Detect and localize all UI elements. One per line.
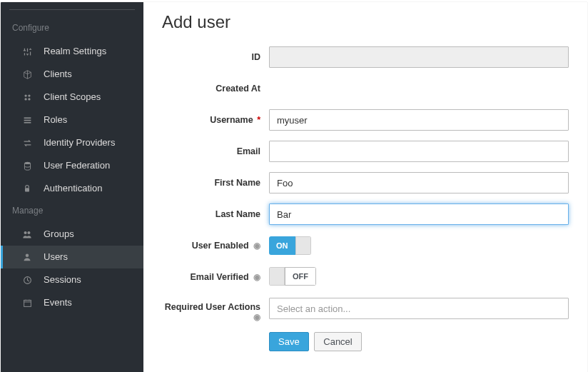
field-email-row: Email	[162, 141, 569, 162]
field-email-verified-row: Email Verified ◉ OFF	[162, 266, 569, 288]
field-id-row: ID	[162, 46, 569, 68]
field-created-at-label: Created At	[162, 84, 269, 94]
sidebar-item-label: Users	[44, 251, 68, 263]
username-input[interactable]	[269, 109, 569, 131]
sidebar-item-label: Sessions	[44, 274, 81, 286]
sidebar-item-client-scopes[interactable]: Client Scopes	[1, 86, 143, 109]
id-input	[269, 46, 569, 68]
cube-icon	[21, 69, 34, 80]
toggle-handle	[295, 236, 311, 255]
sidebar-item-label: Groups	[44, 228, 74, 240]
sidebar-item-sessions[interactable]: Sessions	[1, 268, 143, 291]
field-username-row: Username *	[162, 109, 569, 131]
sidebar-item-label: User Federation	[44, 160, 110, 171]
svg-point-0	[24, 94, 26, 96]
lock-icon	[21, 183, 34, 194]
database-icon	[21, 160, 34, 171]
field-last-name-row: Last Name	[162, 203, 569, 225]
sidebar-item-groups[interactable]: Groups	[1, 223, 143, 246]
sidebar-item-label: Clients	[44, 69, 72, 80]
field-user-enabled-row: User Enabled ◉ ON	[162, 235, 569, 256]
sidebar-item-authentication[interactable]: Authentication	[1, 177, 143, 200]
cancel-button[interactable]: Cancel	[314, 332, 361, 351]
sidebar-item-label: Identity Providers	[44, 137, 115, 149]
svg-point-7	[24, 161, 30, 164]
field-username-label: Username *	[162, 115, 269, 125]
sidebar-item-label: Authentication	[44, 183, 102, 194]
field-user-enabled-label: User Enabled ◉	[162, 241, 269, 251]
svg-point-10	[27, 231, 30, 234]
exchange-icon	[21, 137, 34, 149]
sidebar-section-header: Manage	[1, 200, 143, 223]
sidebar-item-label: Realm Settings	[44, 46, 106, 57]
svg-rect-5	[24, 119, 31, 121]
user-icon	[21, 251, 34, 263]
toggle-on-label: ON	[269, 236, 295, 255]
email-input[interactable]	[269, 141, 569, 162]
clock-icon	[21, 274, 34, 286]
sidebar-divider	[9, 9, 135, 10]
sidebar-item-users[interactable]: Users	[1, 246, 143, 268]
calendar-icon	[21, 297, 34, 308]
field-email-verified-label: Email Verified ◉	[162, 272, 269, 282]
svg-rect-6	[24, 121, 31, 123]
sidebar-item-label: Client Scopes	[44, 91, 101, 103]
required-actions-select[interactable]	[269, 298, 569, 319]
svg-point-9	[24, 231, 27, 234]
sidebar-section-header: Configure	[1, 17, 143, 40]
field-required-actions-label: Required User Actions ◉	[162, 298, 269, 322]
sidebar-item-label: Roles	[44, 114, 67, 126]
svg-point-3	[28, 98, 30, 100]
field-first-name-row: First Name	[162, 172, 569, 193]
field-required-actions-row: Required User Actions ◉	[162, 298, 569, 322]
required-asterisk: *	[257, 115, 260, 125]
save-button[interactable]: Save	[269, 332, 309, 351]
scopes-icon	[21, 91, 34, 103]
first-name-input[interactable]	[269, 172, 569, 193]
sidebar-item-events[interactable]: Events	[1, 291, 143, 314]
field-last-name-label: Last Name	[162, 209, 269, 219]
list-icon	[21, 114, 34, 126]
toggle-off-label: OFF	[285, 267, 316, 286]
svg-point-11	[26, 254, 29, 258]
last-name-input[interactable]	[269, 203, 569, 225]
svg-point-1	[28, 94, 30, 96]
field-id-label: ID	[162, 52, 269, 62]
app-root: ConfigureRealm SettingsClientsClient Sco…	[0, 1, 588, 372]
field-created-at-row: Created At	[162, 78, 569, 99]
sidebar-item-clients[interactable]: Clients	[1, 63, 143, 86]
sidebar: ConfigureRealm SettingsClientsClient Sco…	[1, 2, 143, 372]
help-icon[interactable]: ◉	[253, 312, 260, 322]
email-verified-toggle[interactable]: OFF	[269, 267, 316, 286]
help-icon[interactable]: ◉	[253, 241, 260, 251]
sidebar-item-label: Events	[44, 297, 72, 308]
sliders-icon	[21, 46, 34, 57]
sidebar-item-realm-settings[interactable]: Realm Settings	[1, 40, 143, 63]
sidebar-item-roles[interactable]: Roles	[1, 109, 143, 131]
svg-rect-4	[24, 117, 31, 119]
field-email-label: Email	[162, 146, 269, 156]
help-icon[interactable]: ◉	[253, 272, 260, 282]
svg-point-2	[24, 98, 26, 100]
svg-rect-13	[24, 300, 31, 306]
group-icon	[21, 228, 34, 240]
user-enabled-toggle[interactable]: ON	[269, 236, 311, 255]
sidebar-item-identity-providers[interactable]: Identity Providers	[1, 131, 143, 154]
main-content: Add user ID Created At Username * Email …	[143, 2, 587, 372]
page-title: Add user	[162, 12, 569, 32]
svg-rect-8	[25, 188, 29, 191]
sidebar-item-user-federation[interactable]: User Federation	[1, 154, 143, 177]
toggle-handle	[269, 267, 285, 286]
field-first-name-label: First Name	[162, 178, 269, 188]
button-row: Save Cancel	[162, 332, 569, 351]
